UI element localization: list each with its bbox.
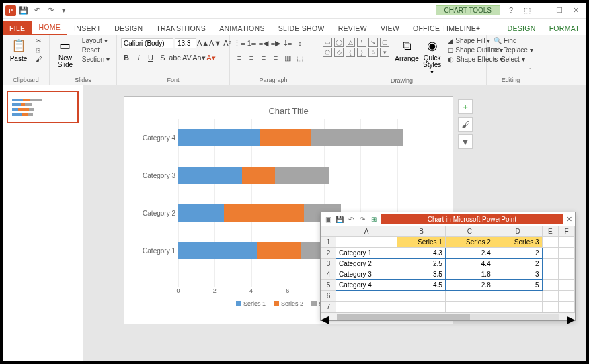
maximize-icon[interactable]: ☐ — [554, 6, 565, 15]
bar-segment[interactable] — [242, 167, 275, 184]
tab-insert[interactable]: INSERT — [67, 21, 108, 35]
ds-cell[interactable] — [559, 237, 575, 248]
ds-cell[interactable] — [559, 248, 575, 259]
ds-cell[interactable] — [445, 291, 494, 302]
ds-chart-icon[interactable]: ▣ — [323, 214, 333, 224]
tab-timeline[interactable]: OFFICE TIMELINE+ — [406, 21, 487, 35]
align-right-button[interactable]: ≡ — [258, 52, 269, 63]
spacing-button[interactable]: AV — [182, 52, 192, 63]
bar-segment[interactable] — [178, 129, 260, 146]
shrink-font-button[interactable]: A▼ — [210, 38, 221, 48]
ds-col-header[interactable]: E — [542, 226, 559, 237]
datasheet-close-button[interactable]: ✕ — [563, 215, 575, 224]
ds-cell[interactable] — [542, 302, 559, 312]
ds-cell[interactable] — [542, 248, 559, 259]
ds-cell[interactable]: 4.4 — [445, 259, 494, 269]
ds-cell[interactable] — [542, 291, 559, 302]
tab-chart-format[interactable]: FORMAT — [543, 21, 586, 35]
copy-button[interactable]: ⎘ — [33, 46, 45, 54]
tab-animations[interactable]: ANIMATIONS — [212, 21, 272, 35]
bar-segment[interactable] — [178, 242, 257, 259]
ds-cell[interactable]: 3 — [494, 269, 542, 280]
legend-item[interactable]: Series 1 — [236, 300, 266, 307]
ds-cell[interactable]: 2.5 — [397, 259, 446, 269]
chart-filter-button[interactable]: ▼ — [458, 134, 473, 149]
ds-row-header[interactable]: 1 — [321, 237, 336, 248]
ribbon-options-icon[interactable]: ⬚ — [522, 6, 533, 15]
ds-cell[interactable] — [397, 302, 446, 312]
close-icon[interactable]: ✕ — [570, 6, 581, 15]
ds-row-header[interactable]: 3 — [321, 259, 336, 269]
ds-cell[interactable] — [542, 237, 559, 248]
chart-style-button[interactable]: 🖌 — [458, 117, 473, 132]
columns-button[interactable]: ▥ — [282, 52, 293, 63]
collapse-ribbon-icon[interactable]: ˄ — [528, 67, 532, 74]
shadow-button[interactable]: abc — [169, 52, 180, 63]
tab-chart-design[interactable]: DESIGN — [501, 21, 543, 35]
qat-more-icon[interactable]: ▾ — [58, 5, 70, 17]
ds-cell[interactable]: Category 3 — [336, 269, 397, 280]
ds-cell[interactable] — [559, 302, 575, 312]
legend-item[interactable]: Series 2 — [274, 300, 303, 307]
ds-cell[interactable]: 2.4 — [445, 248, 494, 259]
ds-save-icon[interactable]: 💾 — [335, 214, 344, 224]
slide-thumbnail[interactable] — [7, 91, 79, 123]
reset-button[interactable]: Reset — [79, 46, 112, 54]
ds-redo-icon[interactable]: ↷ — [358, 214, 367, 224]
help-icon[interactable]: ? — [506, 6, 516, 15]
ds-row-header[interactable]: 7 — [321, 302, 336, 312]
ds-cell[interactable]: 2 — [494, 248, 542, 259]
ds-cell[interactable] — [336, 237, 397, 248]
smartart-button[interactable]: ⬚ — [294, 52, 305, 63]
bold-button[interactable]: B — [121, 52, 132, 63]
ds-cell[interactable]: Series 3 — [494, 237, 542, 248]
tab-review[interactable]: REVIEW — [331, 21, 374, 35]
ds-cell[interactable] — [542, 269, 559, 280]
bar-segment[interactable] — [311, 129, 403, 146]
cut-button[interactable]: ✂ — [33, 36, 45, 45]
font-color-button[interactable]: A▾ — [206, 52, 217, 63]
numbering-button[interactable]: 1≡ — [246, 38, 257, 48]
tab-transitions[interactable]: TRANSITIONS — [149, 21, 212, 35]
undo-icon[interactable]: ↶ — [31, 5, 43, 17]
ds-cell[interactable]: 2.8 — [445, 280, 494, 291]
text-direction-button[interactable]: ↕ — [294, 38, 305, 48]
ds-cell[interactable]: Category 1 — [336, 248, 397, 259]
indent-dec-button[interactable]: ≡◀ — [258, 38, 269, 48]
case-button[interactable]: Aa▾ — [194, 52, 204, 63]
ds-col-header[interactable]: A — [336, 226, 397, 237]
ds-cell[interactable]: Category 2 — [336, 259, 397, 269]
align-left-button[interactable]: ≡ — [234, 52, 245, 63]
tab-home[interactable]: HOME — [32, 20, 67, 35]
line-spacing-button[interactable]: ‡≡ — [282, 38, 293, 48]
arrange-button[interactable]: ⧉ Arrange — [395, 36, 419, 64]
ds-cell[interactable]: Series 1 — [397, 237, 446, 248]
painter-button[interactable]: 🖌 — [33, 55, 45, 64]
ds-cell[interactable] — [336, 302, 397, 312]
ds-row-header[interactable]: 2 — [321, 248, 336, 259]
minimize-icon[interactable]: — — [538, 6, 549, 15]
ds-cell[interactable] — [445, 302, 494, 312]
bar-segment[interactable] — [224, 204, 304, 222]
chart-title[interactable]: Chart Title — [138, 103, 439, 119]
ds-cell[interactable] — [542, 259, 559, 269]
datasheet-window[interactable]: ▣ 💾 ↶ ↷ ⊞ Chart in Microsoft PowerPoint … — [320, 212, 576, 321]
ds-col-header[interactable]: D — [494, 226, 542, 237]
underline-button[interactable]: U — [145, 52, 156, 63]
bar-segment[interactable] — [275, 167, 329, 184]
ds-col-header[interactable]: C — [445, 226, 494, 237]
tab-view[interactable]: VIEW — [374, 21, 406, 35]
justify-button[interactable]: ≡ — [270, 52, 281, 63]
ds-col-header[interactable]: F — [559, 226, 575, 237]
ds-cell[interactable]: 3.5 — [397, 269, 446, 280]
ds-cell[interactable] — [542, 280, 559, 291]
tab-file[interactable]: FILE — [3, 21, 32, 35]
ds-cell[interactable] — [559, 291, 575, 302]
shapes-gallery[interactable]: ▭◯△\↘▢ ⬠◇{}☆▾ — [321, 36, 392, 58]
bar-segment[interactable] — [260, 129, 311, 146]
ds-cell[interactable]: 4.5 — [397, 280, 446, 291]
ds-cell[interactable] — [336, 291, 397, 302]
ds-cell[interactable]: 1.8 — [445, 269, 494, 280]
indent-inc-button[interactable]: ≡▶ — [270, 38, 281, 48]
select-button[interactable]: ↖Select ▾ — [491, 55, 536, 64]
